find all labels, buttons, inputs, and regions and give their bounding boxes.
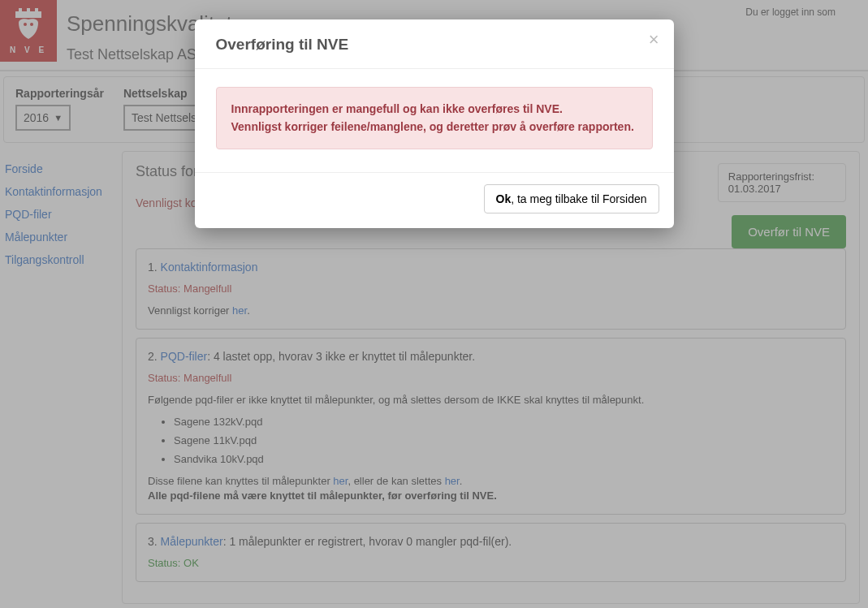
modal-alert: Innrapporteringen er mangefull og kan ik… bbox=[216, 87, 653, 149]
modal-header: Overføring til NVE × bbox=[195, 19, 674, 69]
transfer-modal: Overføring til NVE × Innrapporteringen e… bbox=[195, 19, 674, 228]
alert-line-1: Innrapporteringen er mangefull og kan ik… bbox=[231, 101, 637, 119]
modal-footer: Ok, ta meg tilbake til Forsiden bbox=[195, 172, 674, 228]
ok-back-to-forside-button[interactable]: Ok, ta meg tilbake til Forsiden bbox=[484, 184, 659, 213]
modal-body: Innrapporteringen er mangefull og kan ik… bbox=[195, 69, 674, 156]
modal-title: Overføring til NVE bbox=[216, 36, 653, 54]
modal-overlay[interactable]: Overføring til NVE × Innrapporteringen e… bbox=[0, 0, 868, 608]
close-icon[interactable]: × bbox=[649, 31, 659, 49]
alert-line-2: Vennligst korriger feilene/manglene, og … bbox=[231, 119, 637, 136]
ok-bold: Ok bbox=[496, 192, 512, 205]
ok-rest: , ta meg tilbake til Forsiden bbox=[511, 192, 646, 205]
